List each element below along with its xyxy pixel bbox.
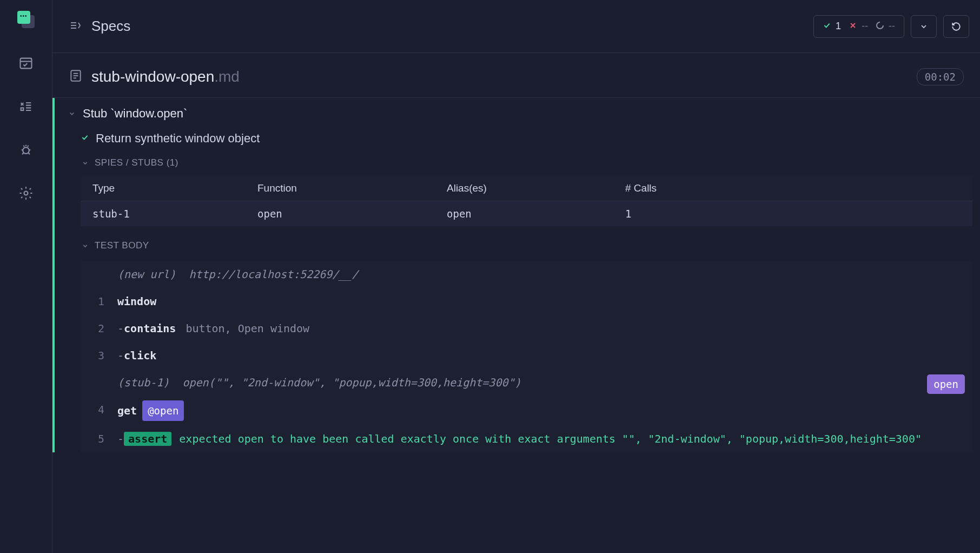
suite-row[interactable]: Stub `window.open` xyxy=(55,98,980,126)
log-event-newurl[interactable]: (new url) http://localhost:52269/__/ xyxy=(81,261,972,288)
command-log: (new url) http://localhost:52269/__/ 1 w… xyxy=(81,261,972,452)
specs-tab-icon[interactable] xyxy=(18,55,34,71)
app-logo: ••• xyxy=(17,11,35,28)
log-command-assert[interactable]: 5 -assertexpected open to have been call… xyxy=(81,425,972,452)
command-name: window xyxy=(117,292,156,311)
specs-breadcrumb-icon xyxy=(69,19,82,34)
pending-icon xyxy=(876,21,884,32)
test-row[interactable]: Return synthetic window object xyxy=(55,126,980,151)
test-title: Return synthetic window object xyxy=(96,131,260,146)
viewport-dropdown[interactable] xyxy=(911,15,937,38)
testbody-section-label: TEST BODY xyxy=(95,240,149,251)
file-extension: .md xyxy=(214,68,240,85)
line-number: 3 xyxy=(91,346,117,365)
cell-alias: open xyxy=(447,208,625,220)
alias-pill: open xyxy=(927,374,965,394)
chevron-down-icon xyxy=(81,159,89,167)
pending-count: -- xyxy=(889,21,895,32)
spies-section-header[interactable]: SPIES / STUBS (1) xyxy=(55,151,980,174)
log-event-stub[interactable]: (stub-1) open("", "2nd-window", "popup,w… xyxy=(81,369,972,396)
event-label: (stub-1) xyxy=(117,376,169,389)
col-header-alias: Alias(es) xyxy=(447,182,625,194)
run-stats: 1 -- -- xyxy=(813,15,904,38)
svg-point-2 xyxy=(23,147,29,154)
event-value: http://localhost:52269/__/ xyxy=(189,268,358,281)
suite-title: Stub `window.open` xyxy=(83,107,187,121)
log-command[interactable]: 4 get @open xyxy=(81,396,972,425)
command-name: contains xyxy=(124,319,176,338)
main-panel: Specs 1 -- -- xyxy=(52,0,980,553)
chevron-down-icon xyxy=(68,109,76,118)
command-args: button, Open window xyxy=(186,319,309,338)
command-name: get xyxy=(117,401,137,420)
file-header: stub-window-open.md 00:02 xyxy=(52,53,980,98)
content-area: stub-window-open.md 00:02 Stub `window.o… xyxy=(52,53,980,553)
table-row[interactable]: stub-1 open open 1 xyxy=(81,201,972,226)
test-block: Stub `window.open` Return synthetic wind… xyxy=(52,98,980,452)
log-command[interactable]: 2 -contains button, Open window xyxy=(81,315,972,342)
line-number: 5 xyxy=(91,430,117,448)
settings-tab-icon[interactable] xyxy=(18,185,34,201)
line-number: 2 xyxy=(91,319,117,338)
topbar: Specs 1 -- -- xyxy=(52,0,980,53)
spies-section-label: SPIES / STUBS (1) xyxy=(95,157,178,168)
run-timer: 00:02 xyxy=(917,68,964,85)
file-name: stub-window-open xyxy=(91,68,214,85)
event-value: open("", "2nd-window", "popup,width=300,… xyxy=(182,376,521,389)
cell-type: stub-1 xyxy=(92,208,257,220)
event-label: (new url) xyxy=(117,268,176,281)
check-icon xyxy=(81,133,89,144)
sidebar: ••• xyxy=(0,0,52,553)
svg-rect-1 xyxy=(21,108,24,110)
rerun-button[interactable] xyxy=(943,15,969,38)
line-number: 4 xyxy=(91,400,117,419)
command-name: click xyxy=(124,346,156,365)
log-command[interactable]: 3 -click xyxy=(81,342,972,369)
passed-icon xyxy=(823,21,831,32)
passed-count: 1 xyxy=(836,21,841,32)
svg-rect-0 xyxy=(21,58,32,69)
cell-calls: 1 xyxy=(625,208,961,220)
page-title: Specs xyxy=(91,18,130,35)
log-command[interactable]: 1 window xyxy=(81,288,972,315)
col-header-calls: # Calls xyxy=(625,182,961,194)
runs-tab-icon[interactable] xyxy=(18,98,34,115)
file-icon xyxy=(69,69,83,85)
testbody-section-header[interactable]: TEST BODY xyxy=(55,234,980,256)
alias-badge: @open xyxy=(142,400,184,421)
stubs-table: Type Function Alias(es) # Calls stub-1 o… xyxy=(81,176,972,226)
svg-point-3 xyxy=(24,192,28,195)
failed-icon xyxy=(849,21,857,32)
col-header-function: Function xyxy=(257,182,447,194)
col-header-type: Type xyxy=(92,182,257,194)
cell-function: open xyxy=(257,208,447,220)
failed-count: -- xyxy=(862,21,868,32)
table-header-row: Type Function Alias(es) # Calls xyxy=(81,176,972,201)
assert-badge: assert xyxy=(124,432,171,446)
chevron-down-icon xyxy=(81,241,89,250)
assert-message: expected open to have been called exactl… xyxy=(179,432,922,445)
debug-tab-icon[interactable] xyxy=(18,142,34,158)
line-number: 1 xyxy=(91,292,117,311)
